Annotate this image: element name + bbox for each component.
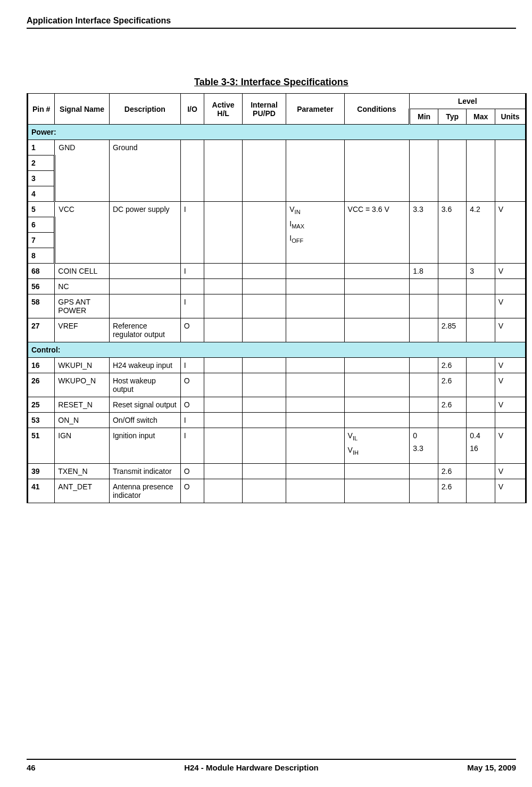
cell-max <box>467 397 495 413</box>
col-signal: Signal Name <box>55 94 110 125</box>
cell-max <box>467 140 495 202</box>
param-imax-sub: MAX <box>292 223 304 229</box>
cell-pupd <box>242 479 286 503</box>
cell-pupd <box>242 294 286 318</box>
cell-active <box>204 428 242 464</box>
cell-active <box>204 294 242 318</box>
cell-units <box>495 279 526 294</box>
cell-max <box>467 294 495 318</box>
cell-desc: Reset signal output <box>109 397 180 413</box>
cell-min <box>410 413 438 428</box>
cell-max: 0.4 16 <box>467 428 495 464</box>
cell-pin: 68 <box>28 264 55 279</box>
cell-max <box>467 479 495 503</box>
min-vil: 0 <box>413 431 435 440</box>
table-row: 53 ON_N On/Off switch I <box>28 413 526 428</box>
cell-typ <box>438 279 467 294</box>
cell-signal: RESET_N <box>55 397 110 413</box>
footer-page: 46 <box>27 763 36 772</box>
cell-pin: 3 <box>28 171 55 186</box>
cell-cond <box>344 140 410 202</box>
cell-typ: 2.6 <box>438 479 467 503</box>
cell-desc: H24 wakeup input <box>109 358 180 373</box>
cell-desc: Transmit indi­cator <box>109 463 180 479</box>
cell-active <box>204 264 242 279</box>
col-active: Active H/L <box>204 94 242 125</box>
cell-pin: 39 <box>28 463 55 479</box>
cell-cond <box>344 413 410 428</box>
cell-pupd <box>242 463 286 479</box>
col-level: Level <box>410 94 526 109</box>
cell-signal: VREF <box>55 318 110 342</box>
cell-desc <box>109 294 180 318</box>
cell-units: V <box>495 264 526 279</box>
cell-param <box>286 279 344 294</box>
cell-cond: VIL VIH <box>344 428 410 464</box>
cell-signal: GND <box>55 140 110 202</box>
cell-io: I <box>180 413 204 428</box>
cell-pin: 27 <box>28 318 55 342</box>
cell-io: O <box>180 463 204 479</box>
col-cond: Conditions <box>344 94 410 125</box>
cell-signal: WKUPI_N <box>55 358 110 373</box>
table-row: 39 TXEN_N Transmit indi­cator O 2.6 V <box>28 463 526 479</box>
cell-pupd <box>242 202 286 264</box>
cell-max <box>467 463 495 479</box>
cell-pin: 7 <box>28 233 55 248</box>
cell-param <box>286 428 344 464</box>
cell-cond <box>344 463 410 479</box>
cell-active <box>204 140 242 202</box>
cell-param <box>286 318 344 342</box>
page: Application Interface Specifications Tab… <box>0 0 532 787</box>
cell-signal: ON_N <box>55 413 110 428</box>
cell-desc <box>109 279 180 294</box>
cell-desc: Host wakeup output <box>109 373 180 397</box>
cell-typ: 2.6 <box>438 358 467 373</box>
cond-vil: V <box>348 431 353 440</box>
cell-desc: On/Off switch <box>109 413 180 428</box>
table-row: 26 WKUPO_N Host wakeup output O 2.6 V <box>28 373 526 397</box>
cell-signal: VCC <box>55 202 110 264</box>
table-row: 5 VCC DC power supply I VIN IMAX IOFF VC… <box>28 202 526 217</box>
cell-typ <box>438 140 467 202</box>
cond-vih: V <box>348 446 353 454</box>
cell-units: V <box>495 358 526 373</box>
cell-desc: Ground <box>109 140 180 202</box>
cell-max <box>467 358 495 373</box>
col-max: Max <box>467 109 495 125</box>
cell-typ: 2.6 <box>438 397 467 413</box>
cell-units: V <box>495 397 526 413</box>
cell-typ <box>438 428 467 464</box>
cell-active <box>204 397 242 413</box>
cell-units: V <box>495 202 526 264</box>
table-row: 1 GND Ground <box>28 140 526 155</box>
table-row: 16 WKUPI_N H24 wakeup input I 2.6 V <box>28 358 526 373</box>
table-header-row-1: Pin # Signal Name Description I/O Active… <box>28 94 526 109</box>
col-typ: Typ <box>438 109 467 125</box>
cell-pin: 56 <box>28 279 55 294</box>
cell-active <box>204 373 242 397</box>
cell-min <box>410 463 438 479</box>
cell-desc: Reference regulator out­put <box>109 318 180 342</box>
cell-active <box>204 358 242 373</box>
cell-active <box>204 463 242 479</box>
cell-signal: GPS ANT POWER <box>55 294 110 318</box>
cell-min <box>410 294 438 318</box>
cell-param <box>286 373 344 397</box>
cell-signal: WKUPO_N <box>55 373 110 397</box>
cell-io: I <box>180 358 204 373</box>
cell-min <box>410 318 438 342</box>
cell-max: 3 <box>467 264 495 279</box>
cell-cond <box>344 294 410 318</box>
cell-pupd <box>242 428 286 464</box>
cell-active <box>204 413 242 428</box>
page-footer: 46 H24 - Module Hardware Description May… <box>27 759 516 772</box>
cell-min: 3.3 <box>410 202 438 264</box>
cell-pupd <box>242 140 286 202</box>
cell-max <box>467 318 495 342</box>
cell-io: I <box>180 202 204 264</box>
cell-pin: 51 <box>28 428 55 464</box>
cell-units: V <box>495 294 526 318</box>
cell-typ: 2.85 <box>438 318 467 342</box>
col-pin: Pin # <box>28 94 55 125</box>
